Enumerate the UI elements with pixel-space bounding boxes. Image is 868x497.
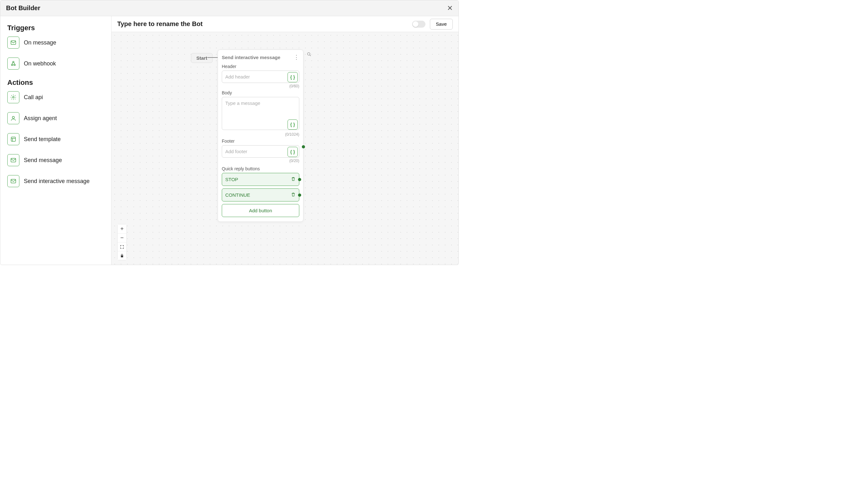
insert-variable-icon[interactable]: { } bbox=[288, 147, 298, 157]
quick-reply-label: CONTINUE bbox=[225, 192, 250, 198]
sidebar-item-label: Send template bbox=[24, 136, 61, 143]
sidebar-item-label: Send message bbox=[24, 157, 62, 164]
add-button[interactable]: Add button bbox=[222, 204, 299, 217]
template-icon bbox=[7, 133, 19, 145]
gear-api-icon bbox=[7, 91, 19, 103]
svg-point-3 bbox=[13, 61, 14, 62]
header-label: Header bbox=[222, 64, 299, 69]
svg-point-2 bbox=[14, 64, 15, 66]
quick-reply-button-stop[interactable]: STOP bbox=[222, 173, 299, 186]
fit-screen-icon[interactable] bbox=[118, 242, 127, 251]
save-button[interactable]: Save bbox=[430, 19, 453, 30]
sidebar: Triggers On message On webhook Actions C… bbox=[0, 16, 112, 265]
app-title: Bot Builder bbox=[6, 4, 40, 12]
svg-point-1 bbox=[12, 64, 13, 66]
footer-label: Footer bbox=[222, 139, 299, 144]
sidebar-item-on-message[interactable]: On message bbox=[7, 37, 104, 48]
flow-canvas[interactable]: Start Send interactive message ⋮ Header … bbox=[112, 32, 459, 265]
node-title: Send interactive message bbox=[222, 55, 280, 60]
sidebar-item-label: Send interactive message bbox=[24, 178, 90, 185]
quick-reply-label: STOP bbox=[225, 177, 238, 182]
output-port-icon[interactable] bbox=[298, 178, 301, 181]
sidebar-item-on-webhook[interactable]: On webhook bbox=[7, 58, 104, 70]
sidebar-item-send-template[interactable]: Send template bbox=[7, 133, 104, 145]
trash-icon[interactable] bbox=[291, 192, 296, 198]
trash-icon[interactable] bbox=[291, 176, 296, 182]
mail-icon bbox=[7, 37, 19, 48]
sidebar-item-send-message[interactable]: Send message bbox=[7, 154, 104, 166]
lock-icon[interactable] bbox=[118, 251, 127, 260]
header-counter: (0/60) bbox=[222, 84, 299, 88]
sidebar-item-label: On webhook bbox=[24, 60, 56, 67]
mail-icon bbox=[7, 175, 19, 187]
output-port-icon[interactable] bbox=[298, 194, 301, 197]
webhook-icon bbox=[7, 58, 19, 70]
magnifier-icon[interactable] bbox=[307, 52, 312, 58]
zoom-out-icon[interactable]: − bbox=[118, 233, 127, 242]
output-port-icon[interactable] bbox=[302, 145, 305, 148]
footer-counter: (0/20) bbox=[222, 159, 299, 163]
sidebar-item-call-api[interactable]: Call api bbox=[7, 91, 104, 103]
zoom-controls: + − bbox=[117, 224, 127, 260]
svg-rect-6 bbox=[11, 137, 15, 141]
insert-variable-icon[interactable]: { } bbox=[288, 72, 298, 82]
svg-point-5 bbox=[12, 116, 15, 118]
svg-point-9 bbox=[307, 53, 310, 55]
sidebar-item-label: Call api bbox=[24, 94, 43, 101]
quick-reply-label: Quick reply buttons bbox=[222, 166, 299, 171]
triggers-heading: Triggers bbox=[7, 24, 104, 32]
body-label: Body bbox=[222, 90, 299, 95]
bot-name-input[interactable]: Type here to rename the Bot bbox=[117, 20, 203, 28]
insert-variable-icon[interactable]: { } bbox=[288, 119, 298, 130]
mail-icon bbox=[7, 154, 19, 166]
sidebar-item-label: Assign agent bbox=[24, 115, 57, 122]
node-send-interactive-message[interactable]: Send interactive message ⋮ Header { } (0… bbox=[218, 49, 303, 222]
sidebar-item-assign-agent[interactable]: Assign agent bbox=[7, 112, 104, 124]
svg-point-4 bbox=[13, 97, 14, 98]
more-dots-icon[interactable]: ⋮ bbox=[293, 54, 299, 61]
actions-heading: Actions bbox=[7, 79, 104, 87]
quick-reply-button-continue[interactable]: CONTINUE bbox=[222, 188, 299, 201]
sidebar-item-label: On message bbox=[24, 39, 56, 46]
start-node[interactable]: Start bbox=[191, 53, 213, 63]
close-icon[interactable]: ✕ bbox=[447, 4, 453, 12]
top-bar: Type here to rename the Bot Save bbox=[112, 16, 459, 32]
agent-icon bbox=[7, 112, 19, 124]
zoom-in-icon[interactable]: + bbox=[118, 224, 127, 233]
enable-toggle[interactable] bbox=[412, 21, 425, 28]
body-counter: (0/1024) bbox=[222, 132, 299, 137]
sidebar-item-send-interactive-message[interactable]: Send interactive message bbox=[7, 175, 104, 187]
title-bar: Bot Builder ✕ bbox=[0, 0, 459, 16]
